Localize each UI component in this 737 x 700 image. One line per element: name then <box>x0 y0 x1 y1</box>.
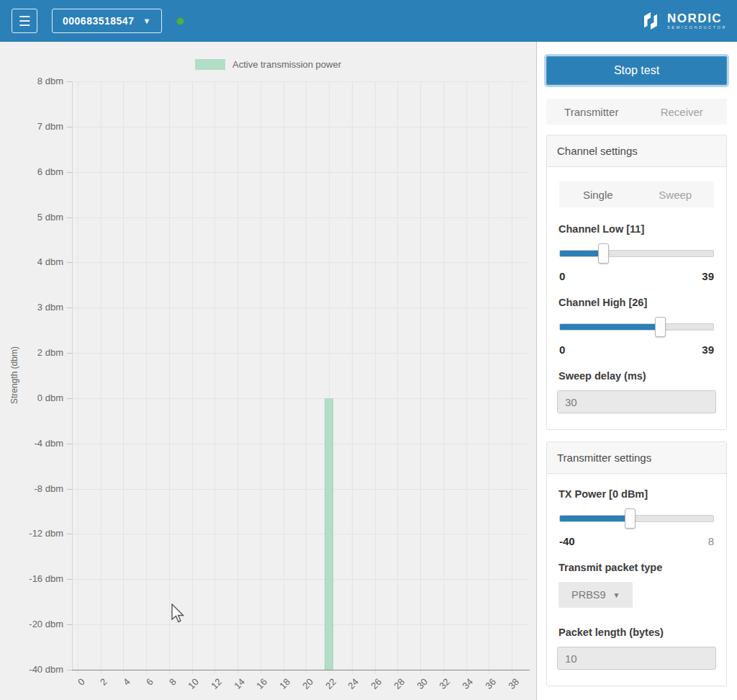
active-channel-bar <box>325 398 333 670</box>
gridline-horizontal <box>72 262 529 263</box>
logo-subtext: SEMICONDUCTOR <box>667 26 727 30</box>
y-tick-label: 8 dbm <box>0 76 63 86</box>
packet-length-input[interactable] <box>557 647 716 670</box>
transmission-chart: Active transmission power Strength (dbm)… <box>0 42 536 700</box>
y-tick-mark <box>67 308 72 308</box>
hamburger-icon: ☰ <box>18 14 30 28</box>
device-selector[interactable]: 000683518547 ▼ <box>52 9 162 33</box>
logo-text: NORDIC <box>667 12 727 24</box>
sweep-delay-label: Sweep delay (ms) <box>559 370 715 382</box>
mouse-cursor <box>171 603 187 625</box>
y-tick-mark <box>67 217 72 218</box>
gridline-vertical <box>123 81 124 674</box>
tab-transmitter[interactable]: Transmitter <box>546 99 637 125</box>
gridline-vertical <box>466 81 467 674</box>
min-label: 0 <box>559 270 565 282</box>
x-tick-text: 38 <box>506 676 521 691</box>
channel-settings-card: Channel settings Single Sweep Channel Lo… <box>546 135 727 430</box>
chevron-down-icon: ▼ <box>143 17 150 25</box>
gridline-horizontal <box>72 172 529 173</box>
gridline-vertical <box>284 81 284 674</box>
settings-sidebar: Stop test Transmitter Receiver Channel s… <box>536 42 737 700</box>
y-tick-mark <box>67 624 72 625</box>
min-label: -40 <box>559 535 575 547</box>
slider-track[interactable] <box>559 515 714 522</box>
legend-label: Active transmission power <box>232 59 341 70</box>
max-label: 39 <box>702 270 714 282</box>
channel-mode-tab-bar: Single Sweep <box>559 181 714 207</box>
channel-settings-body: Single Sweep Channel Low [11] 0 39 Chann… <box>547 167 726 429</box>
legend-swatch <box>195 59 225 70</box>
packet-length-label: Packet length (bytes) <box>559 627 715 638</box>
packet-type-dropdown[interactable]: PRBS9 ▼ <box>559 582 633 608</box>
y-tick-mark <box>67 579 72 580</box>
menu-button[interactable]: ☰ <box>12 9 37 33</box>
y-tick-mark <box>67 172 72 173</box>
gridline-horizontal <box>72 579 529 580</box>
y-tick-label: 2 dbm <box>0 347 63 358</box>
max-label: 8 <box>708 535 714 547</box>
gridline-horizontal <box>72 81 529 82</box>
channel-low-slider[interactable] <box>559 243 714 264</box>
channel-low-range: 0 39 <box>559 270 714 282</box>
gridline-vertical <box>420 81 421 674</box>
channel-high-range: 0 39 <box>559 344 714 356</box>
gridline-horizontal <box>72 353 529 354</box>
y-tick-label: -8 dbm <box>0 483 63 494</box>
channel-high-slider-handle[interactable] <box>655 317 666 337</box>
gridline-vertical <box>78 81 78 674</box>
gridline-vertical <box>101 81 101 674</box>
max-label: 39 <box>702 344 714 356</box>
y-tick-label: 3 dbm <box>0 302 63 313</box>
mode-tab-bar: Transmitter Receiver <box>546 99 727 125</box>
channel-low-slider-handle[interactable] <box>598 243 609 264</box>
y-tick-mark <box>67 489 72 490</box>
slider-fill <box>560 324 661 330</box>
y-tick-mark <box>67 262 72 263</box>
connection-status-dot <box>176 17 184 25</box>
channel-high-label: Channel High [26] <box>559 297 715 308</box>
stop-test-button[interactable]: Stop test <box>546 56 727 85</box>
channel-low-label: Channel Low [11] <box>559 223 715 235</box>
gridline-horizontal <box>72 624 529 625</box>
gridline-horizontal <box>72 308 529 308</box>
y-tick-mark <box>67 398 72 399</box>
channel-high-slider[interactable] <box>559 317 714 337</box>
transmitter-settings-title: Transmitter settings <box>547 442 726 474</box>
y-tick-mark <box>67 127 72 127</box>
y-tick-label: 0 dbm <box>0 392 63 403</box>
y-tick-label: 5 dbm <box>0 212 63 223</box>
slider-track[interactable] <box>559 323 714 331</box>
gridline-horizontal <box>72 127 529 127</box>
sweep-delay-input[interactable] <box>557 390 716 413</box>
tx-power-slider[interactable] <box>559 508 714 529</box>
x-axis-line <box>72 670 530 670</box>
chevron-down-icon: ▼ <box>613 591 620 599</box>
gridline-vertical <box>397 81 398 674</box>
chart-legend[interactable]: Active transmission power <box>0 59 536 70</box>
gridline-vertical <box>512 81 512 674</box>
gridline-vertical <box>192 81 193 674</box>
tx-power-slider-handle[interactable] <box>625 508 636 529</box>
gridline-horizontal <box>72 398 529 399</box>
tab-receiver[interactable]: Receiver <box>637 99 728 125</box>
y-tick-mark <box>67 353 72 354</box>
y-tick-label: -20 dbm <box>0 619 63 629</box>
transmitter-settings-body: TX Power [0 dBm] -40 8 Transmit packet t… <box>547 474 726 686</box>
device-id: 000683518547 <box>63 15 134 27</box>
gridline-vertical <box>375 81 376 674</box>
slider-track[interactable] <box>559 250 714 257</box>
tab-single[interactable]: Single <box>559 181 637 207</box>
tab-sweep[interactable]: Sweep <box>637 181 715 207</box>
packet-type-value: PRBS9 <box>571 589 606 601</box>
packet-type-label: Transmit packet type <box>559 562 715 573</box>
gridline-vertical <box>169 81 170 674</box>
slider-fill <box>560 516 630 521</box>
gridline-vertical <box>306 81 307 674</box>
y-tick-mark <box>67 444 72 444</box>
y-tick-label: 7 dbm <box>0 121 63 132</box>
gridline-vertical <box>261 81 261 674</box>
y-tick-mark <box>67 81 72 82</box>
y-tick-label: -4 dbm <box>0 438 63 449</box>
tx-power-label: TX Power [0 dBm] <box>559 488 715 500</box>
